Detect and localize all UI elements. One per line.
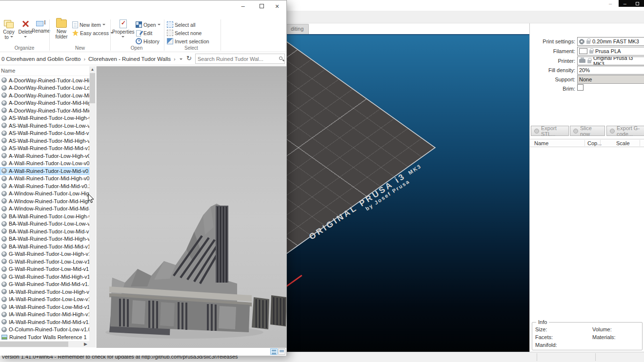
file-row[interactable]: A-DoorWay-Ruined-Tudor-Low-Low-v0.1 [0, 84, 89, 92]
file-row[interactable]: BA-Wall-Ruined-Tudor-Low-Low-v1.0 [0, 220, 89, 228]
file-row[interactable]: AS-Wall-Ruined-Tudor-Low-High-v1.1 [0, 114, 89, 122]
easy-access-button[interactable]: Easy access [72, 29, 113, 37]
select-all-button[interactable]: Select all [167, 20, 196, 29]
select-none-button[interactable]: Select none [167, 29, 201, 37]
address-dropdown-icon[interactable] [180, 58, 182, 61]
file-row[interactable]: A-Wall-Ruined-Tudor-Low-Low-v0.2 [0, 160, 89, 168]
file-row[interactable]: G-Wall-Ruined-Tudor-Mid-Mid-v1.0 [0, 281, 89, 288]
background-minimize-icon[interactable]: – [607, 1, 614, 6]
info-volume-label: Volume: [592, 326, 612, 332]
list-column-header[interactable]: Name [0, 66, 89, 76]
stl-file-icon [1, 183, 7, 189]
breadcrumb-segment[interactable]: Clorehaven - Ruined Tudor Walls [88, 56, 171, 62]
breadcrumb[interactable]: 0 Clorehaven and Goblin Grotto›Clorehave… [1, 55, 178, 63]
rename-button[interactable]: Rename [31, 19, 51, 45]
search-input[interactable] [198, 55, 275, 63]
file-row[interactable]: G-Wall-Ruined-Tudor-Low-Low-v1.0 [0, 258, 89, 266]
vertical-scrollbar[interactable]: ▲ ▼ [89, 66, 96, 347]
history-button[interactable]: History [136, 37, 160, 45]
brim-checkbox[interactable] [577, 84, 584, 91]
vertical-scroll-thumb[interactable] [90, 73, 95, 103]
file-row[interactable]: IA-Wall-Ruined-Tudor-Low-High-v1.1 [0, 288, 89, 296]
slicer-minimize-icon[interactable]: – [624, 0, 626, 6]
file-row[interactable]: AS-Wall-Ruined-Tudor-Low-Mid-v1.1 [0, 130, 89, 137]
file-row[interactable]: A-Wall-Ruined-Tudor-Mid-Mid-v0.2 [0, 182, 89, 190]
file-row[interactable]: BA-Wall-Ruined-Tudor-Mid-High-v1.0 [0, 235, 89, 243]
object-list-empty[interactable] [530, 148, 644, 321]
close-icon[interactable]: × [272, 2, 282, 10]
file-row[interactable]: AS-Wall-Ruined-Tudor-Mid-High-v1.1 [0, 137, 89, 145]
new-folder-button[interactable]: New folder [52, 19, 71, 45]
file-row[interactable]: A-DoorWay-Ruined-Tudor-Low-Mid-v0.1 [0, 92, 89, 99]
stl-file-icon [1, 198, 7, 204]
new-item-button[interactable]: New item [72, 20, 105, 29]
file-row[interactable]: BA-Wall-Ruined-Tudor-Low-High-v1.0 [0, 212, 89, 220]
slice-now-button[interactable]: Slice now [570, 126, 605, 136]
file-row[interactable]: A-DoorWay-Ruined-Tudor-Mid-Mid-v0.1 [0, 107, 89, 114]
maximize-icon[interactable] [257, 2, 266, 10]
file-row[interactable]: BA-Wall-Ruined-Tudor-Low-Mid-v1.0 [0, 228, 89, 235]
print-bed[interactable] [285, 34, 436, 352]
slicer-tab-partial[interactable]: diting [286, 24, 309, 34]
file-row[interactable]: A-Window-Ruined-Tudor-Low-High-v0.3 [0, 190, 89, 198]
file-row[interactable]: Ruined Tudor Walls Reference 1 [0, 333, 89, 341]
file-row[interactable]: AS-Wall-Ruined-Tudor-Low-Low-v1.1 [0, 122, 89, 130]
slicer-3d-viewport[interactable]: ORIGINAL PRUSA i3 MK3 by Josef Prusa [285, 34, 529, 352]
fill-density-combo[interactable]: 20% [577, 66, 644, 75]
print-settings-combo[interactable]: 0.20mm FAST MK3 [577, 37, 644, 46]
edit-button[interactable]: Edit [136, 29, 152, 37]
slicer-maximize-icon[interactable] [636, 2, 639, 5]
open-button[interactable]: Open [136, 20, 161, 29]
slicer-window-controls[interactable]: – [619, 0, 644, 7]
printer-row: Printer: Original Prusa i3 MK3 [530, 57, 644, 65]
model-preview-image [97, 66, 286, 348]
printer-combo[interactable]: Original Prusa i3 MK3 [577, 57, 644, 65]
export-gcode-button[interactable]: Export G-code... [606, 126, 644, 136]
minimize-icon[interactable]: – [238, 2, 248, 10]
file-row[interactable]: A-DoorWay-Ruined-Tudor-Mid-High-v0.1 [0, 99, 89, 107]
file-row[interactable]: AS-Wall-Ruined-Tudor-Mid-Mid-v1.1 [0, 145, 89, 152]
breadcrumb-segment[interactable]: 0 Clorehaven and Goblin Grotto [1, 56, 80, 62]
file-row[interactable]: A-DoorWay-Ruined-Tudor-Low-High-v0.1 [0, 76, 89, 84]
file-row[interactable]: IA-Wall-Ruined-Tudor-Low-Mid-v1.1 [0, 303, 89, 311]
file-name: A-DoorWay-Ruined-Tudor-Mid-Mid-v0.1 [9, 108, 89, 114]
file-name: G-Wall-Ruined-Tudor-Low-High-v1.0 [9, 251, 89, 257]
file-row[interactable]: A-Wall-Ruined-Tudor-Low-Mid-v0.2 [0, 167, 89, 175]
file-row[interactable]: A-Wall-Ruined-Tudor-Mid-High-v0.2 [0, 175, 89, 183]
copy-to-button[interactable]: Copy to [1, 19, 17, 45]
stl-file-icon [1, 77, 7, 83]
scroll-right-icon[interactable]: ▶ [82, 341, 89, 347]
horizontal-scroll-thumb[interactable] [0, 342, 68, 347]
col-copies[interactable]: Cop... [587, 140, 602, 146]
easy-access-icon [72, 30, 79, 36]
stl-file-icon [1, 93, 7, 98]
file-row[interactable]: A-Window-Ruined-Tudor-Mid-Mid-v0.3 [0, 205, 89, 213]
details-view-icon[interactable] [270, 348, 278, 355]
scroll-up-icon[interactable]: ▲ [89, 66, 96, 73]
file-row[interactable]: IA-Wall-Ruined-Tudor-Mid-Mid-v1.1 [0, 318, 89, 326]
file-row[interactable]: G-Wall-Ruined-Tudor-Mid-High-v1.0 [0, 273, 89, 281]
filament-combo[interactable]: Prusa PLA [577, 47, 644, 56]
col-name[interactable]: Name [534, 140, 548, 146]
file-row[interactable]: A-Window-Ruined-Tudor-Mid-High-v0.3 [0, 197, 89, 205]
col-scale[interactable]: Scale [616, 140, 630, 146]
print-settings-value: 0.20mm FAST MK3 [592, 38, 639, 44]
file-row[interactable]: G-Wall-Ruined-Tudor-Low-Mid-v1.0 [0, 266, 89, 273]
file-row[interactable]: G-Wall-Ruined-Tudor-Low-High-v1.0 [0, 250, 89, 258]
horizontal-scrollbar[interactable]: ▶ [0, 341, 96, 347]
file-row[interactable]: IA-Wall-Ruined-Tudor-Low-Low-v1.1 [0, 296, 89, 304]
properties-button[interactable]: Properties [112, 19, 134, 45]
file-row[interactable]: O-Column-Ruined-Tudor-Low-v1.0 [0, 326, 89, 334]
thumbnail-view-icon[interactable] [278, 348, 285, 355]
support-combo[interactable]: None [577, 75, 644, 84]
export-stl-button[interactable]: Export STL... [531, 126, 569, 136]
file-row[interactable]: A-Wall-Ruined-Tudor-Low-High-v0.2 [0, 152, 89, 160]
refresh-icon[interactable]: ↻ [186, 55, 192, 62]
file-row[interactable]: BA-Wall-Ruined-Tudor-Mid-Mid-v1.0 [0, 243, 89, 250]
explorer-titlebar[interactable]: – × [0, 0, 286, 13]
file-name: AS-Wall-Ruined-Tudor-Mid-High-v1.1 [9, 138, 89, 144]
invert-selection-button[interactable]: Invert selection [167, 37, 209, 45]
file-name: A-Wall-Ruined-Tudor-Mid-High-v0.2 [9, 175, 89, 181]
stl-file-icon [1, 251, 7, 257]
file-row[interactable]: IA-Wall-Ruined-Tudor-Mid-High-v1.1 [0, 311, 89, 319]
